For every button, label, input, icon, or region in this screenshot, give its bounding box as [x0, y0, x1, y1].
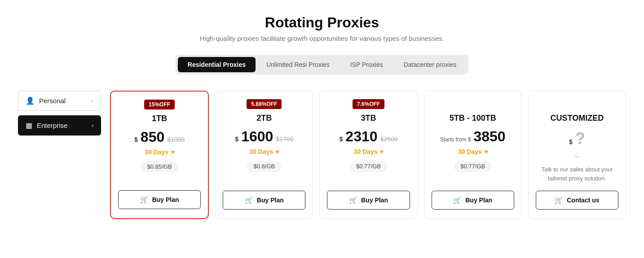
price-row-3tb: $ 2310 $2500 — [340, 129, 398, 144]
days-dash-customized: -- — [575, 153, 579, 160]
pricing-card-3tb: 7.6%OFF 3TB $ 2310 $2500 30 Days ▾ $0.77… — [319, 91, 417, 219]
discount-badge-2tb: 5.88%OFF — [247, 99, 282, 109]
price-row-customized: $ ? — [569, 129, 585, 148]
buy-btn-5tb[interactable]: 🛒 Buy Plan — [432, 191, 514, 210]
price-original-3tb: $2500 — [380, 136, 398, 143]
page-title: Rotating Proxies — [18, 14, 626, 31]
per-gb-5tb: $0.77/GB — [454, 161, 491, 172]
contact-btn[interactable]: 🛒 Contact us — [536, 191, 618, 210]
price-starts-5tb: Starts from $ — [440, 136, 471, 143]
sidebar-item-enterprise[interactable]: ▦ Enterprise › — [18, 115, 101, 136]
days-selector-2tb[interactable]: 30 Days ▾ — [249, 148, 279, 155]
buy-btn-2tb[interactable]: 🛒 Buy Plan — [223, 191, 305, 210]
per-gb-3tb: $0.77/GB — [350, 161, 387, 172]
price-row-5tb: Starts from $ 3850 — [440, 129, 506, 144]
cart-icon-1tb: 🛒 — [140, 196, 149, 204]
chevron-down-icon-1tb: ▾ — [171, 149, 174, 156]
price-dollar-3tb: $ — [340, 136, 343, 143]
days-selector-1tb[interactable]: 30 Days ▾ — [145, 149, 174, 156]
plan-size-1tb: 1TB — [152, 114, 167, 123]
chevron-down-icon-2tb: ▾ — [276, 148, 279, 155]
buy-btn-label-2tb: Buy Plan — [257, 197, 284, 204]
price-row-1tb: $ 850 $1000 — [134, 130, 185, 144]
tab-unlimited[interactable]: Unlimited Resi Proxies — [256, 57, 340, 72]
cart-icon-customized: 🛒 — [555, 196, 563, 204]
page-subtitle: High-quality proxies facilitate growth o… — [18, 35, 626, 42]
page-header: Rotating Proxies High-quality proxies fa… — [18, 14, 626, 42]
discount-badge-1tb: 15%OFF — [144, 100, 175, 109]
days-selector-3tb[interactable]: 30 Days ▾ — [354, 148, 384, 155]
price-dollar-2tb: $ — [235, 136, 238, 143]
price-main-5tb: 3850 — [473, 129, 505, 144]
content-area: 👤 Personal › ▦ Enterprise › 15%OFF 1TB — [18, 91, 626, 219]
chevron-down-icon-3tb: ▾ — [380, 148, 383, 155]
chevron-right-icon-enterprise: › — [92, 122, 93, 129]
chevron-down-icon-5tb: ▾ — [485, 148, 488, 155]
buy-btn-1tb[interactable]: 🛒 Buy Plan — [118, 190, 201, 209]
sidebar-item-enterprise-left: ▦ Enterprise — [26, 121, 67, 130]
plan-size-3tb: 3TB — [361, 114, 376, 123]
person-icon: 👤 — [26, 96, 35, 105]
sidebar: 👤 Personal › ▦ Enterprise › — [18, 91, 101, 136]
tabs-container: Residential Proxies Unlimited Resi Proxi… — [18, 55, 626, 74]
tab-isp[interactable]: ISP Proxies — [340, 57, 393, 72]
discount-badge-3tb: 7.6%OFF — [353, 99, 384, 109]
customized-text: Talk to our sales about your tailored pr… — [536, 165, 618, 183]
price-main-3tb: 2310 — [345, 129, 377, 144]
pricing-card-1tb: 15%OFF 1TB $ 850 $1000 30 Days ▾ $0.85/G… — [110, 91, 209, 219]
plan-size-customized: CUSTOMIZED — [551, 114, 604, 123]
sidebar-item-personal-left: 👤 Personal — [26, 96, 66, 105]
sidebar-item-personal[interactable]: 👤 Personal › — [18, 91, 101, 111]
price-dollar-customized: $ — [569, 138, 573, 145]
buy-btn-label-5tb: Buy Plan — [465, 197, 492, 204]
cart-icon-5tb: 🛒 — [453, 196, 462, 204]
tab-datacenter[interactable]: Datacenter proxies — [394, 57, 467, 72]
sidebar-personal-label: Personal — [39, 97, 66, 105]
pricing-cards: 15%OFF 1TB $ 850 $1000 30 Days ▾ $0.85/G… — [110, 91, 626, 219]
price-original-1tb: $1000 — [167, 136, 185, 143]
enterprise-icon: ▦ — [26, 121, 32, 130]
days-label-3tb: 30 Days — [354, 148, 378, 155]
days-label-1tb: 30 Days — [145, 149, 168, 156]
tab-residential[interactable]: Residential Proxies — [178, 57, 256, 72]
sidebar-enterprise-label: Enterprise — [37, 122, 67, 129]
plan-size-2tb: 2TB — [256, 114, 272, 123]
price-main-2tb: 1600 — [241, 129, 273, 144]
per-gb-1tb: $0.85/GB — [141, 161, 178, 172]
price-main-1tb: 850 — [141, 130, 164, 144]
price-row-2tb: $ 1600 $1700 — [235, 129, 293, 144]
cart-icon-2tb: 🛒 — [245, 196, 253, 204]
days-label-2tb: 30 Days — [249, 148, 273, 155]
buy-btn-label-3tb: Buy Plan — [361, 197, 388, 204]
cart-icon-3tb: 🛒 — [349, 196, 357, 204]
pricing-card-2tb: 5.88%OFF 2TB $ 1600 $1700 30 Days ▾ $0.8… — [215, 91, 313, 219]
pricing-card-customized: X CUSTOMIZED $ ? -- Talk to our sales ab… — [528, 91, 626, 219]
buy-btn-label-1tb: Buy Plan — [152, 196, 179, 203]
buy-btn-3tb[interactable]: 🛒 Buy Plan — [327, 191, 410, 210]
days-label-5tb: 30 Days — [458, 148, 482, 155]
price-question-customized: ? — [575, 129, 585, 148]
pricing-card-5tb: X 5TB - 100TB Starts from $ 3850 30 Days… — [424, 91, 522, 219]
tabs-wrapper: Residential Proxies Unlimited Resi Proxi… — [176, 55, 468, 74]
price-dollar-1tb: $ — [134, 136, 138, 143]
chevron-right-icon-personal: › — [92, 98, 93, 104]
per-gb-2tb: $0.8/GB — [247, 161, 281, 172]
days-selector-5tb[interactable]: 30 Days ▾ — [458, 148, 488, 155]
price-original-2tb: $1700 — [276, 136, 293, 143]
contact-btn-label: Contact us — [567, 197, 599, 204]
plan-size-5tb: 5TB - 100TB — [450, 114, 496, 123]
